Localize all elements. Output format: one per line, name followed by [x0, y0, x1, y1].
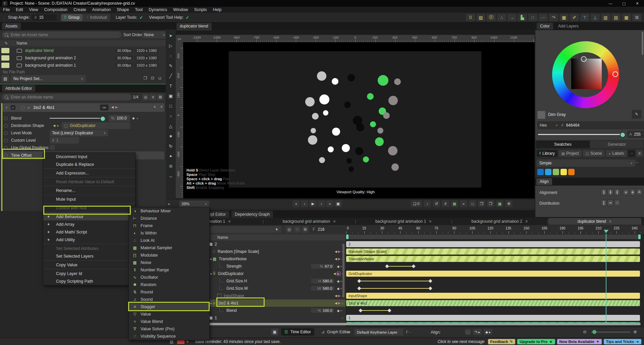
duplicate-icon[interactable]: ❒ [487, 200, 494, 207]
submenu-item-frame[interactable]: ⊓Frame [129, 222, 209, 229]
tab-swatches[interactable]: Swatches [536, 141, 590, 148]
distribute-button-2[interactable]: ∷ [614, 200, 620, 206]
alpha-slider[interactable] [538, 134, 624, 135]
visibility-bullet[interactable]: ● [209, 258, 213, 261]
menu-create[interactable]: Create [70, 7, 89, 12]
submenu-item-random[interactable]: ✱Random [129, 281, 209, 288]
playhead-handle[interactable] [604, 230, 608, 233]
close-tab-icon[interactable]: ✕ [228, 219, 231, 224]
tab-color[interactable]: Color [537, 23, 553, 29]
onion-skin-icon[interactable]: ◎ [286, 226, 292, 233]
comp-tab-background-grid-animation[interactable]: background grid animation✕ [264, 218, 355, 225]
layout-grid-icon[interactable]: ⠿ [466, 14, 475, 21]
grid-toggle-icon[interactable]: # [442, 200, 449, 207]
expand-icon[interactable]: » [460, 200, 467, 207]
submenu-item-modulate[interactable]: ∏Modulate [129, 252, 209, 259]
tool-strip-overflow[interactable]: » [168, 202, 170, 206]
keyframe-segment[interactable] [387, 266, 414, 267]
settings-tool[interactable]: ⚙ [167, 163, 174, 170]
align-shapes-icon[interactable]: ▙ [518, 14, 527, 21]
palette-swatch-0[interactable] [537, 169, 544, 175]
next-key-icon[interactable]: ▸ [137, 117, 139, 120]
scrollbar[interactable] [642, 31, 643, 55]
sparkle-tool[interactable]: ✦ [167, 153, 174, 160]
track-bar-inputshape[interactable]: inputShape [346, 293, 640, 299]
menu-item-copy-layer-id[interactable]: Copy Layer Id [43, 270, 135, 277]
close-attributes-icon[interactable]: × [160, 105, 163, 109]
align-button-5[interactable]: ╧ [636, 189, 642, 195]
comp-tab-background-grid-animation-2[interactable]: background grid animation 2✕ [452, 218, 547, 225]
align-button-4[interactable]: ╪ [630, 189, 636, 195]
align-button-3[interactable]: ╤ [623, 189, 629, 195]
palette-swatch-4[interactable] [568, 169, 575, 175]
current-color-swatch[interactable] [537, 111, 545, 119]
zoom-out-icon[interactable]: ⊖ [583, 329, 587, 334]
eyedropper-icon[interactable]: ✎ [632, 110, 641, 119]
tab-assets[interactable]: Assets [2, 23, 21, 29]
align-bottom-icon[interactable]: ⊥ [591, 14, 600, 21]
keyframe-icon[interactable]: ◆ [337, 265, 340, 268]
palette-options-icon[interactable]: ⋯ [635, 160, 639, 165]
output-connection-icon[interactable]: ▶ [338, 257, 340, 261]
menu-item-copy-value[interactable]: Copy Value [43, 261, 135, 269]
menu-item-disconnect-input[interactable]: Disconnect Input [43, 153, 135, 160]
tab-align[interactable]: Align [536, 178, 552, 185]
curve-icon[interactable]: ↷ [549, 14, 558, 21]
comp-tab-background-grid-animation-1[interactable]: background grid animation 1✕ [356, 218, 451, 225]
alpha-slider-knob[interactable] [620, 132, 626, 138]
submenu-item-visibility-sequence[interactable]: ∷Visibility Sequence [129, 333, 209, 340]
source-labels-button[interactable]: ◖Labels [606, 150, 627, 157]
asset-row-background-grid-animation-2[interactable]: background grid animation 230.00fps1920 … [0, 54, 166, 62]
menu-window[interactable]: Window [170, 7, 191, 12]
submenu-item-stagger[interactable]: ≡Stagger [129, 303, 209, 310]
filter-attributes-icon[interactable]: ≡ [150, 94, 156, 100]
close-tab-icon[interactable]: ✕ [609, 219, 612, 224]
keyframe-diamond[interactable] [428, 279, 432, 283]
blend-slider[interactable] [50, 118, 103, 119]
asset-row-duplicator-blend[interactable]: duplicator blend30.00fps1920 x 1080 [0, 47, 166, 54]
destination-shape-field[interactable]: ◯ GridDuplicator [62, 122, 130, 129]
track-bar-1to2-4to1[interactable]: 1to2 & 4to1 [346, 300, 640, 306]
menu-composition[interactable]: Composition [41, 7, 70, 12]
custom-level-field[interactable]: # 1 [50, 137, 79, 144]
input-connection-icon[interactable]: ◀ [335, 301, 337, 305]
output-connection-icon[interactable]: ▶ [338, 294, 340, 297]
table-icon[interactable]: ▦ [559, 14, 569, 21]
play-button[interactable]: ▶ [309, 200, 317, 207]
viewport-tab-duplicator-blend[interactable]: duplicator blend [176, 23, 212, 30]
socket-icon[interactable] [4, 146, 8, 150]
falloff-icon[interactable]: ∷ [528, 14, 537, 21]
clear-filter-icon[interactable]: ⊠ [157, 94, 164, 100]
scene-shape-4[interactable] [394, 78, 401, 85]
keyframe-icon[interactable]: ◆ [337, 287, 340, 290]
vertical-ruler[interactable]: 4503001500-150-300-450 [176, 42, 183, 198]
blend-slider-knob[interactable] [100, 116, 106, 122]
knife-tool[interactable]: ╱ [167, 72, 174, 79]
folder-icon[interactable]: ❒ [144, 76, 147, 80]
scrollbar[interactable] [342, 244, 344, 297]
rectangle-tool[interactable]: □ [167, 102, 174, 110]
scene-shape-9[interactable] [388, 96, 398, 105]
scene-shape-24[interactable] [375, 137, 384, 146]
output-connection-icon[interactable]: ▶ [57, 124, 59, 127]
track-bar-2[interactable]: 2 [346, 241, 640, 247]
go-to-frame-field[interactable]: F - [403, 329, 430, 336]
palette-swatch-3[interactable] [560, 169, 567, 175]
menu-item-add-utility[interactable]: +Add Utility› [43, 236, 135, 244]
socket-icon[interactable]: ○ [341, 316, 343, 320]
output-connection-icon[interactable]: ▶ [337, 272, 340, 276]
group-select-tool[interactable]: ▷ [167, 42, 174, 49]
zoom-attributes-icon[interactable]: ◎ [142, 94, 149, 100]
keyframe-icon[interactable]: ◆ [132, 116, 135, 120]
timeline-range-bar[interactable] [345, 234, 644, 239]
input-connection-icon[interactable]: ◀ [335, 257, 337, 261]
columns-icon[interactable]: ▥ [601, 14, 610, 21]
pin-icon[interactable]: ⌖ [154, 105, 156, 109]
keyframe-diamond[interactable] [428, 286, 432, 290]
attribute-layer-header[interactable]: ∨ ✓ ⠶ 1to2 & 4to1 ≔ ◀ ▶ ⌖ × [3, 103, 164, 112]
checker-icon[interactable]: ▩ [496, 200, 503, 207]
keyframe-diamond[interactable] [385, 264, 389, 268]
frame-icon[interactable]: Ⓕ [487, 14, 496, 21]
maximize-button[interactable]: ▢ [617, 0, 631, 7]
close-tab-icon[interactable]: ✕ [429, 219, 432, 224]
